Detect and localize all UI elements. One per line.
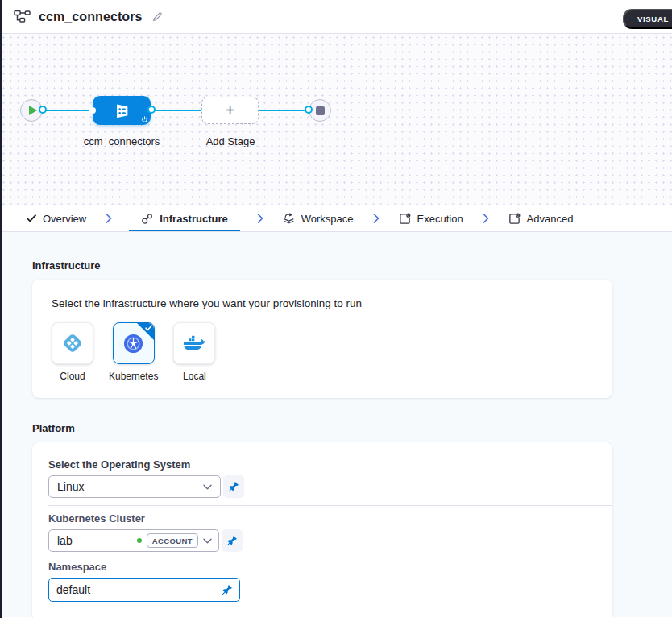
- namespace-input[interactable]: [56, 583, 222, 596]
- os-field-label: Select the Operating System: [48, 458, 596, 471]
- pipeline-header: ccm_connectors VISUAL: [0, 0, 672, 34]
- os-select-value: Linux: [57, 480, 84, 493]
- conditional-execution-icon: [141, 116, 148, 123]
- stop-icon: [316, 106, 325, 115]
- edge-add-to-end: [259, 110, 307, 111]
- edge-start-to-stage: [42, 110, 93, 111]
- edge-stage-to-add: [151, 110, 201, 111]
- infrastructure-nodes-icon: [141, 213, 153, 225]
- infra-label-cloud: Cloud: [60, 371, 85, 382]
- cluster-combobox[interactable]: ACCOUNT: [48, 529, 219, 552]
- infrastructure-options: Cloud: [52, 322, 593, 382]
- infrastructure-description: Select the infrastructure where you want…: [52, 297, 593, 309]
- add-stage-label: Add Stage: [185, 135, 276, 147]
- stage-config-tabbar: Overview Infrastructure Workspace: [0, 205, 672, 232]
- infra-tile-local[interactable]: [173, 322, 215, 364]
- namespace-inputbox[interactable]: [48, 578, 240, 602]
- infra-label-kubernetes: Kubernetes: [109, 371, 158, 382]
- tab-workspace-label: Workspace: [301, 213, 354, 225]
- os-select[interactable]: Linux: [48, 475, 221, 498]
- play-icon: [29, 106, 37, 115]
- tab-execution-label: Execution: [417, 213, 463, 225]
- stage-name-label: ccm_connectors: [77, 135, 167, 147]
- tab-infrastructure-label: Infrastructure: [160, 213, 228, 225]
- tab-execution[interactable]: Execution: [396, 205, 466, 231]
- custom-stage-icon: [111, 100, 133, 122]
- tab-advanced[interactable]: Advanced: [506, 205, 576, 231]
- stage-node-ccm-connectors[interactable]: [93, 96, 151, 125]
- infrastructure-section-heading: Infrastructure: [32, 259, 672, 272]
- edit-pencil-icon[interactable]: [151, 10, 164, 23]
- plus-icon: +: [226, 102, 235, 120]
- platform-card: Select the Operating System Linux Kubern…: [32, 442, 612, 618]
- infra-option-local: Local: [173, 322, 215, 382]
- tab-overview[interactable]: Overview: [24, 205, 89, 231]
- scope-badge: ACCOUNT: [147, 533, 198, 548]
- chevron-down-icon: [203, 484, 212, 490]
- cluster-field-label: Kubernetes Cluster: [48, 512, 596, 525]
- platform-divider: [48, 505, 612, 506]
- visual-mode-toggle[interactable]: VISUAL: [623, 9, 672, 29]
- execution-box-icon: [399, 213, 411, 225]
- platform-section-heading: Platform: [32, 422, 672, 434]
- chevron-right-icon: [373, 205, 380, 231]
- cloud-icon: [61, 332, 84, 355]
- chevron-down-icon[interactable]: [203, 538, 212, 544]
- cluster-input[interactable]: [57, 534, 132, 547]
- chevron-right-icon: [106, 205, 112, 231]
- connector-ring[interactable]: [305, 106, 313, 114]
- add-stage-button[interactable]: +: [201, 97, 259, 124]
- pipeline-canvas[interactable]: + ccm_connectors Add Stage: [0, 34, 672, 205]
- tab-overview-label: Overview: [43, 213, 86, 225]
- chevron-right-icon: [483, 205, 489, 231]
- infra-option-cloud: Cloud: [52, 322, 93, 382]
- check-icon: [27, 214, 36, 222]
- namespace-field-label: Namespace: [48, 561, 596, 573]
- infrastructure-tab-content: Infrastructure Select the infrastructure…: [0, 232, 672, 617]
- tab-workspace[interactable]: Workspace: [280, 205, 356, 231]
- os-pin-button[interactable]: [223, 475, 244, 498]
- pipeline-graph-icon: [14, 10, 31, 23]
- cluster-pin-button[interactable]: [222, 529, 243, 552]
- tab-infrastructure[interactable]: Infrastructure: [129, 205, 240, 231]
- collapsed-sidebar-edge[interactable]: [0, 0, 2, 618]
- advanced-box-icon: [508, 213, 521, 225]
- connector-ring[interactable]: [39, 106, 47, 114]
- selected-check-icon: [145, 325, 152, 331]
- infrastructure-card: Select the infrastructure where you want…: [32, 280, 612, 398]
- infra-tile-cloud[interactable]: [52, 322, 93, 364]
- infra-option-kubernetes: Kubernetes: [109, 322, 158, 382]
- connectivity-status-dot: [137, 538, 142, 543]
- namespace-pin-icon[interactable]: [222, 584, 233, 595]
- chevron-right-icon: [257, 205, 263, 231]
- connector-ring[interactable]: [147, 106, 156, 114]
- stage-in-port: [89, 107, 96, 114]
- pipeline-title: ccm_connectors: [39, 10, 143, 24]
- infra-label-local: Local: [183, 371, 206, 382]
- workspace-layers-icon: [283, 213, 295, 225]
- tab-advanced-label: Advanced: [527, 213, 574, 225]
- infra-tile-kubernetes[interactable]: [113, 322, 155, 364]
- docker-icon: [183, 334, 205, 353]
